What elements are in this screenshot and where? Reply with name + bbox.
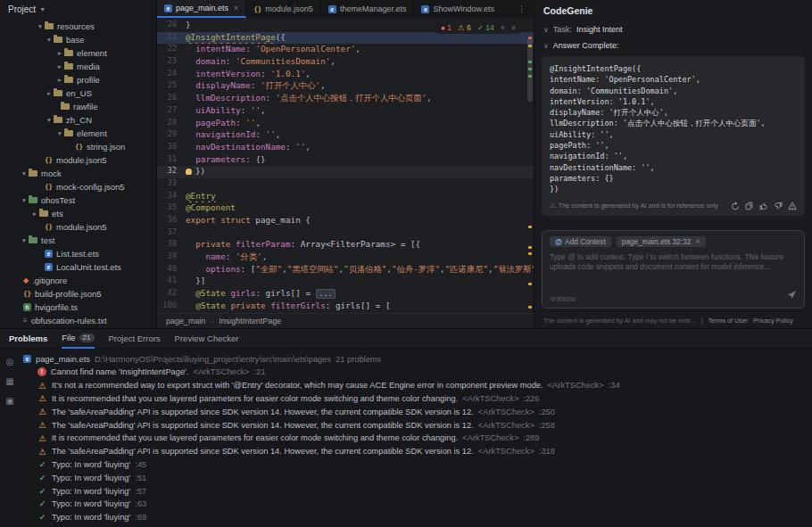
next-problem-icon[interactable]: ∨ <box>511 24 516 31</box>
thumbs-down-icon[interactable] <box>774 202 783 210</box>
tree-item[interactable]: eList.test.ets <box>0 247 156 260</box>
prompt-input[interactable]: Type @ to add context. Type / to switch … <box>550 252 797 273</box>
warning-mark[interactable] <box>528 306 532 309</box>
typo-mark[interactable] <box>528 61 532 63</box>
tree-item[interactable]: eLocalUnit.test.ets <box>0 260 156 274</box>
code-line[interactable]: 24 intentVersion: '1.0.1', <box>157 69 534 81</box>
code-line[interactable]: 23 domain: 'CommunitiesDomain', <box>157 56 534 69</box>
prev-problem-icon[interactable]: ∧ <box>501 24 505 31</box>
problem-row[interactable]: ⚠The 'safeAreaPadding' API is supported … <box>20 418 812 432</box>
tree-item[interactable]: {}string.json <box>0 140 156 153</box>
code-line[interactable]: 31 parameters: {} <box>157 154 534 167</box>
chevron-down-icon[interactable]: ▾ <box>55 129 64 137</box>
problem-row[interactable]: ⚠It is recommended that you use layered … <box>20 392 812 406</box>
tree-item[interactable]: {}module.json5 <box>0 153 156 167</box>
chevron-down-icon[interactable]: ▾ <box>36 22 45 30</box>
close-icon[interactable]: × <box>234 4 238 12</box>
copy-icon[interactable] <box>745 202 754 210</box>
breadcrumb-item[interactable]: InsightIntentPage <box>219 317 281 325</box>
tree-item[interactable]: ▾mock <box>0 167 156 180</box>
tree-item[interactable]: {}module.json5 <box>0 220 156 234</box>
code-line[interactable]: 32}) <box>157 166 534 178</box>
privacy-link[interactable]: Privacy Policy <box>753 317 793 325</box>
close-icon[interactable]: ✕ <box>695 238 700 245</box>
problem-row[interactable]: ⚠It is recommended that you use layered … <box>20 432 812 445</box>
tree-item[interactable]: ◆.gitignore <box>0 274 156 287</box>
problem-row[interactable]: ⚠The 'safeAreaPadding' API is supported … <box>20 405 812 418</box>
chevron-down-icon[interactable]: ▾ <box>45 36 54 44</box>
typo-mark[interactable] <box>528 75 532 78</box>
tree-item[interactable]: rawfile <box>0 100 156 113</box>
code-line[interactable]: 29 navigationId: '', <box>157 129 534 142</box>
code-line[interactable]: 41 }] <box>157 276 534 288</box>
warning-mark[interactable] <box>528 252 532 255</box>
tree-item[interactable]: ▾ohosTest <box>0 194 156 207</box>
box-icon[interactable]: ▣ <box>5 396 13 406</box>
thumbs-up-icon[interactable] <box>759 202 768 210</box>
code-line[interactable]: 25 displayName: '打开个人中心', <box>157 80 534 93</box>
tree-item[interactable]: ▸ets <box>0 207 156 220</box>
chevron-right-icon[interactable]: ▸ <box>55 62 64 70</box>
problem-row[interactable]: ✓Typo: In word 'liuying':45 <box>20 458 812 472</box>
code-line[interactable]: 40 options: ["全部","黑塔空间站","贝洛伯格","仙舟-罗浮"… <box>157 264 534 276</box>
code-line[interactable]: 42 @State girls: girls[] = ... <box>157 288 534 301</box>
problem-row[interactable]: ⚠The 'safeAreaPadding' API is supported … <box>20 445 812 458</box>
warning-mark[interactable] <box>528 283 532 285</box>
tree-item[interactable]: ▾test <box>0 234 156 247</box>
chevron-right-icon[interactable]: ▸ <box>30 210 39 218</box>
tab-project-errors[interactable]: Project Errors <box>109 329 161 349</box>
code-line[interactable]: 34@Entry <box>157 191 534 203</box>
editor-tab[interactable]: {}module.json5 <box>246 0 321 18</box>
problem-row[interactable]: ⚠It's not a recommended way to export st… <box>20 379 812 392</box>
warning-mark[interactable] <box>528 246 532 249</box>
code-line[interactable]: 36export struct page_main { <box>157 215 534 227</box>
chevron-right-icon[interactable]: ▸ <box>55 49 64 57</box>
send-icon[interactable] <box>787 287 797 303</box>
code-line[interactable]: 33 <box>157 178 534 191</box>
chevron-down-icon[interactable]: ▾ <box>20 236 29 244</box>
inspection-widget[interactable]: ● 1 ⚠ 6 ✓ 14 ∧ ∨ <box>435 21 521 34</box>
code-line[interactable]: 27 uiAbility: '', <box>157 105 534 118</box>
chevron-right-icon[interactable]: ▸ <box>45 89 54 97</box>
tree-item[interactable]: ▾base <box>0 33 156 46</box>
grid-icon[interactable]: ▦ <box>5 376 13 386</box>
code-editor[interactable]: 20}21@InsightIntentPage({22 intentName: … <box>157 18 534 312</box>
tree-item[interactable]: ▸element <box>0 46 156 60</box>
regenerate-icon[interactable] <box>731 202 740 210</box>
code-line[interactable]: 30 navDestinationName: '', <box>157 142 534 154</box>
editor-tab[interactable]: eShowWindow.ets <box>414 0 502 18</box>
code-line[interactable]: 106 @State private filterGirls: girls[] … <box>157 301 534 312</box>
tab-preview-checker[interactable]: Preview Checker <box>175 329 239 349</box>
tree-item[interactable]: hhvigorfile.ts <box>0 301 156 314</box>
problem-row[interactable]: ✓Typo: In word 'liuying':69 <box>20 511 812 524</box>
problem-file-group[interactable]: e page_main.ets D:\HarmonyOS\Projects\li… <box>20 352 812 366</box>
add-context-chip[interactable]: @Add Context <box>550 236 611 247</box>
chevron-down-icon[interactable]: ▾ <box>45 116 54 124</box>
report-icon[interactable] <box>788 202 797 210</box>
problem-row[interactable]: ✓Typo: In word 'liuying':51 <box>20 471 812 484</box>
editor-tab[interactable]: ethemeManager.ets <box>321 0 415 18</box>
chevron-down-icon[interactable]: ▾ <box>20 196 29 204</box>
terms-link[interactable]: Terms of User <box>708 317 749 325</box>
code-line[interactable]: 37 <box>157 227 534 240</box>
tab-options-icon[interactable]: ⋮ <box>510 0 534 18</box>
code-line[interactable]: 38 private filterParam: Array<FilterPara… <box>157 239 534 251</box>
typo-mark[interactable] <box>528 68 532 70</box>
editor-tab[interactable]: epage_main.ets× <box>157 0 246 18</box>
chevron-right-icon[interactable]: ▸ <box>55 76 64 84</box>
chevron-down-icon[interactable]: ▾ <box>20 169 29 177</box>
problems-panel-title[interactable]: Problems <box>9 333 47 343</box>
tree-item[interactable]: {}build-profile.json5 <box>0 287 156 301</box>
code-line[interactable]: 35@Component <box>157 202 534 215</box>
problem-row[interactable]: !Cannot find name 'InsightIntentPage'.<A… <box>20 366 812 379</box>
tree-item[interactable]: ▸media <box>0 60 156 73</box>
problem-row[interactable]: ✓Typo: In word 'liuying':57 <box>20 484 812 498</box>
warning-mark[interactable] <box>528 226 532 228</box>
context-file-chip[interactable]: page_main.ets 32:32✕ <box>617 236 706 247</box>
warning-mark[interactable] <box>528 45 532 47</box>
tree-item[interactable]: {}mock-config.json5 <box>0 180 156 194</box>
tree-item[interactable]: ▾resources <box>0 20 156 33</box>
answer-row[interactable]: ∨ Answer Complete: <box>534 37 812 54</box>
tree-item[interactable]: ▾element <box>0 127 156 140</box>
code-line[interactable]: 22 intentName: 'OpenPersonalCenter', <box>157 44 534 56</box>
